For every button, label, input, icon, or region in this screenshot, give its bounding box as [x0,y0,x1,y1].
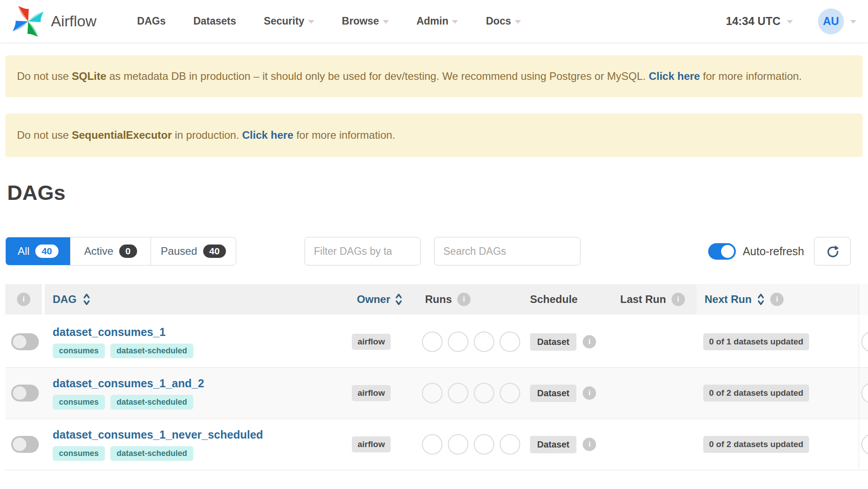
refresh-icon [826,244,839,258]
overflow-cell [859,316,868,367]
tag-consumes[interactable]: consumes [53,446,105,461]
banner-strong-text: SQLite [72,70,106,82]
banner-text: Do not use [17,70,72,82]
owner-cell: airflow [335,419,406,470]
next-run-cell: 0 of 1 datasets updated [697,316,859,367]
datasets-updated-badge[interactable]: 0 of 2 datasets updated [703,436,809,453]
run-status-circle[interactable] [448,383,468,403]
run-status-circle[interactable] [422,434,442,455]
run-status-circle[interactable] [448,332,468,352]
brand-name: Airflow [51,12,96,30]
runs-cell [406,368,520,419]
search-dags-input[interactable] [434,237,580,265]
sort-owner-link[interactable]: Owner [357,293,390,306]
click-here-link[interactable]: Click here [649,70,700,82]
banner-text: for more information. [293,129,395,141]
run-status-circle[interactable] [474,434,494,455]
run-status-circle[interactable] [500,434,520,455]
nav-item-dags[interactable]: DAGs [137,15,166,27]
nav-item-admin[interactable]: Admin [417,15,459,27]
dataset-schedule-badge[interactable]: Dataset [530,436,576,453]
run-status-circle[interactable] [422,332,442,352]
overflow-cell [859,419,868,470]
nav-item-label: DAGs [137,15,166,27]
tag-dataset-scheduled[interactable]: dataset-scheduled [110,395,193,410]
tab-active[interactable]: Active 0 [70,237,150,265]
banner-text: for more information. [700,70,802,82]
refresh-button[interactable] [814,237,851,265]
schedule-cell: Dataset i [520,419,618,470]
run-status-circle[interactable] [861,434,868,455]
run-status-circle[interactable] [861,332,868,352]
sort-icon[interactable] [83,292,91,307]
header-next-run: Next Run i [697,284,859,316]
banner-text: as metadata DB in production – it should… [106,70,649,82]
sort-dag-link[interactable]: DAG [53,293,76,306]
tab-all[interactable]: All 40 [6,237,70,265]
nav-item-docs[interactable]: Docs [486,15,521,27]
run-status-circle[interactable] [422,383,442,403]
nav-item-label: Security [264,15,305,27]
tag-row: consumes dataset-scheduled [53,395,193,410]
datasets-updated-badge[interactable]: 0 of 2 datasets updated [703,385,809,402]
sort-next-run-link[interactable]: Next Run [705,293,751,306]
chevron-down-icon [308,20,314,24]
dag-name-link[interactable]: dataset_consumes_1 [53,326,166,339]
sort-icon[interactable] [757,292,765,307]
nav-item-label: Datasets [193,15,236,27]
tab-count-badge: 0 [119,244,137,258]
chevron-down-icon [383,20,389,24]
info-icon: i [457,293,471,306]
tag-dataset-scheduled[interactable]: dataset-scheduled [110,446,193,461]
nav-item-security[interactable]: Security [264,15,314,27]
banner-text: in production. [172,129,242,141]
tag-row: consumes dataset-scheduled [53,446,193,461]
filter-dags-by-tag-input[interactable] [305,237,421,265]
auto-refresh-toggle[interactable] [708,243,736,260]
sort-icon[interactable] [395,292,403,307]
run-status-circle[interactable] [448,434,468,455]
dag-cell: dataset_consumes_1 consumes dataset-sche… [45,316,335,367]
dataset-schedule-badge[interactable]: Dataset [530,333,576,351]
chevron-down-icon [787,20,793,24]
chevron-down-icon [452,20,458,24]
header-runs: Runs i [406,284,520,316]
header-dag: DAG [45,284,335,316]
pause-toggle-cell [5,419,45,470]
info-icon: i [583,438,596,451]
click-here-link[interactable]: Click here [242,129,293,141]
last-run-cell [618,419,697,470]
tab-paused[interactable]: Paused 40 [150,237,236,265]
run-status-circle[interactable] [500,332,520,352]
clock-dropdown[interactable]: 14:34 UTC [726,15,793,28]
banner-strong-text: SequentialExecutor [72,129,172,141]
tag-consumes[interactable]: consumes [53,395,105,410]
owner-badge: airflow [352,436,391,452]
datasets-updated-badge[interactable]: 0 of 1 datasets updated [703,333,809,350]
tag-row: consumes dataset-scheduled [53,344,193,358]
tab-label: All [17,245,29,257]
run-status-circle[interactable] [474,383,494,403]
dag-name-link[interactable]: dataset_consumes_1_and_2 [53,377,204,390]
airflow-brand[interactable]: Airflow [12,5,96,38]
user-menu[interactable]: AU [818,8,856,34]
last-run-cell [618,316,697,367]
tag-consumes[interactable]: consumes [53,344,105,358]
run-status-circle[interactable] [474,332,494,352]
dag-pause-toggle[interactable] [11,385,39,402]
nav-item-datasets[interactable]: Datasets [193,15,236,27]
info-icon: i [17,293,30,306]
run-status-circle[interactable] [861,383,868,403]
clock-time: 14:34 UTC [726,15,780,28]
info-icon: i [672,293,685,306]
dataset-schedule-badge[interactable]: Dataset [530,385,576,402]
nav-item-browse[interactable]: Browse [342,15,389,27]
tag-dataset-scheduled[interactable]: dataset-scheduled [110,344,193,358]
dag-name-link[interactable]: dataset_consumes_1_never_scheduled [53,428,263,441]
dag-pause-toggle[interactable] [11,333,39,350]
run-status-circle[interactable] [500,383,520,403]
table-row: dataset_consumes_1_and_2 consumes datase… [5,368,868,419]
last-run-cell [618,368,697,419]
next-run-cell: 0 of 2 datasets updated [697,368,859,419]
dag-pause-toggle[interactable] [11,436,39,453]
